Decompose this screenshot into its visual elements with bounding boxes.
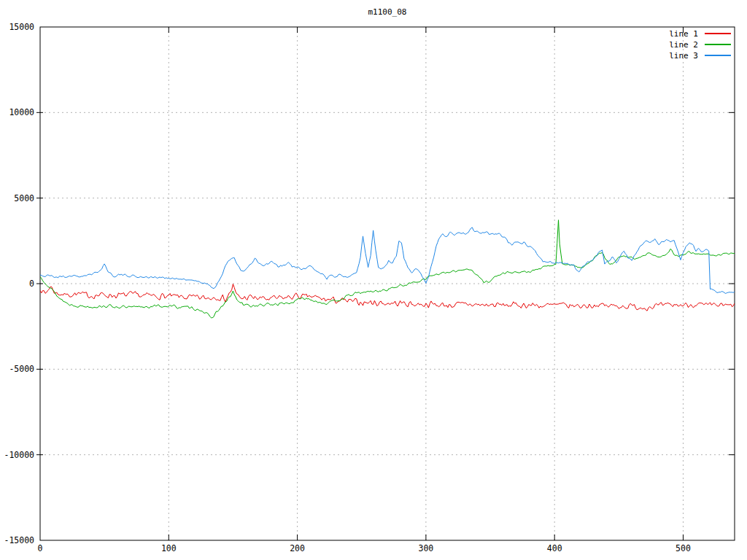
y-tick-label: 10000 xyxy=(9,107,34,117)
y-tick-label: 5000 xyxy=(14,193,34,203)
x-tick-label: 200 xyxy=(290,543,305,553)
series-line-2 xyxy=(40,220,735,318)
series-line-1 xyxy=(40,284,735,311)
x-tick-label: 500 xyxy=(676,543,691,553)
x-tick-label: 400 xyxy=(547,543,562,553)
x-tick-label: 300 xyxy=(418,543,433,553)
legend-label: line 2 xyxy=(669,40,698,50)
y-tick-label: -15000 xyxy=(4,535,34,545)
x-tick-label: 100 xyxy=(161,543,177,553)
legend-line-sample xyxy=(705,55,731,56)
legend-row: line 3 xyxy=(669,51,731,60)
y-tick-label: -5000 xyxy=(9,364,34,374)
y-tick-label: 0 xyxy=(29,279,34,289)
legend-line-sample xyxy=(705,44,731,45)
y-tick-label: -10000 xyxy=(4,450,34,460)
legend: line 1 line 2 line 3 xyxy=(0,29,731,60)
legend-label: line 1 xyxy=(669,29,698,39)
plot-area: 0100200300400500-15000-10000-50000500010… xyxy=(0,0,747,560)
legend-row: line 1 xyxy=(669,29,731,38)
legend-label: line 3 xyxy=(669,51,698,61)
legend-row: line 2 xyxy=(669,40,731,49)
x-tick-label: 0 xyxy=(38,543,43,553)
legend-line-sample xyxy=(705,33,731,34)
